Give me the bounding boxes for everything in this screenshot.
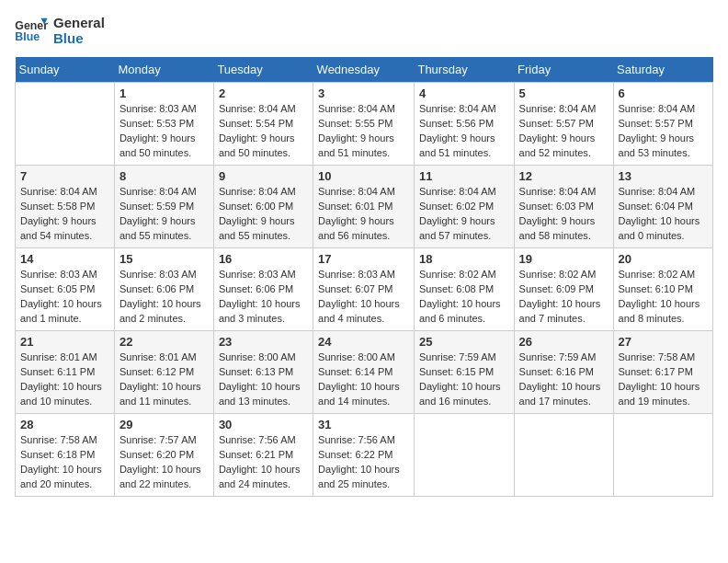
info-line: Daylight: 10 hours <box>318 464 400 475</box>
day-number: 14 <box>20 252 109 266</box>
day-number: 21 <box>20 335 109 349</box>
info-line: Daylight: 10 hours <box>318 381 400 392</box>
info-line: Sunrise: 8:02 AM <box>419 269 496 280</box>
info-line: and 14 minutes. <box>318 396 390 407</box>
info-line: Sunrise: 8:04 AM <box>219 103 296 114</box>
day-info: Sunrise: 7:56 AMSunset: 6:21 PMDaylight:… <box>219 433 308 492</box>
info-line: and 19 minutes. <box>619 396 690 407</box>
calendar-cell: 20Sunrise: 8:02 AMSunset: 6:10 PMDayligh… <box>613 248 712 331</box>
day-info: Sunrise: 8:04 AMSunset: 6:02 PMDaylight:… <box>419 185 509 244</box>
info-line: Sunset: 6:11 PM <box>20 366 95 377</box>
info-line: Sunset: 6:06 PM <box>219 283 293 294</box>
day-number: 4 <box>419 86 509 100</box>
info-line: Sunrise: 8:02 AM <box>619 269 696 280</box>
day-info: Sunrise: 8:01 AMSunset: 6:11 PMDaylight:… <box>20 350 109 409</box>
info-line: Daylight: 10 hours <box>119 381 201 392</box>
day-info: Sunrise: 8:04 AMSunset: 5:57 PMDaylight:… <box>519 102 609 161</box>
day-info: Sunrise: 8:00 AMSunset: 6:14 PMDaylight:… <box>318 350 409 409</box>
info-line: and 10 minutes. <box>20 396 92 407</box>
info-line: and 54 minutes. <box>20 230 92 241</box>
day-number: 10 <box>318 169 409 183</box>
day-info: Sunrise: 8:03 AMSunset: 5:53 PMDaylight:… <box>119 102 209 161</box>
day-number: 16 <box>219 252 308 266</box>
calendar-cell: 10Sunrise: 8:04 AMSunset: 6:01 PMDayligh… <box>313 166 415 248</box>
calendar-cell: 8Sunrise: 8:04 AMSunset: 5:59 PMDaylight… <box>114 166 213 248</box>
info-line: Sunset: 5:55 PM <box>318 118 392 129</box>
info-line: Sunrise: 8:03 AM <box>219 269 296 280</box>
logo-blue: Blue <box>53 30 105 46</box>
calendar-cell: 4Sunrise: 8:04 AMSunset: 5:56 PMDaylight… <box>414 83 514 166</box>
calendar-cell: 13Sunrise: 8:04 AMSunset: 6:04 PMDayligh… <box>613 166 712 248</box>
calendar-cell <box>414 414 514 497</box>
day-number: 18 <box>419 252 509 266</box>
info-line: Sunset: 5:57 PM <box>519 118 594 129</box>
calendar-cell: 2Sunrise: 8:04 AMSunset: 5:54 PMDaylight… <box>213 83 313 166</box>
day-info: Sunrise: 8:02 AMSunset: 6:08 PMDaylight:… <box>419 268 509 327</box>
info-line: and 20 minutes. <box>20 478 92 489</box>
info-line: Daylight: 9 hours <box>619 132 695 144</box>
info-line: and 3 minutes. <box>219 313 285 324</box>
info-line: Sunrise: 8:04 AM <box>318 103 395 114</box>
info-line: Daylight: 9 hours <box>318 132 394 144</box>
calendar-cell: 21Sunrise: 8:01 AMSunset: 6:11 PMDayligh… <box>16 331 115 414</box>
info-line: Daylight: 10 hours <box>219 381 301 392</box>
info-line: Sunset: 6:22 PM <box>318 449 392 460</box>
day-info: Sunrise: 8:04 AMSunset: 5:56 PMDaylight:… <box>419 102 509 161</box>
col-header-friday: Friday <box>514 57 613 83</box>
day-number: 27 <box>619 335 708 349</box>
day-info: Sunrise: 8:04 AMSunset: 5:59 PMDaylight:… <box>119 185 209 244</box>
info-line: and 55 minutes. <box>119 230 191 241</box>
day-number: 30 <box>219 418 308 431</box>
day-number: 28 <box>20 418 109 431</box>
info-line: Sunset: 6:12 PM <box>119 366 194 377</box>
header-row: SundayMondayTuesdayWednesdayThursdayFrid… <box>16 57 713 83</box>
calendar-cell: 6Sunrise: 8:04 AMSunset: 5:57 PMDaylight… <box>613 83 712 166</box>
calendar-cell: 18Sunrise: 8:02 AMSunset: 6:08 PMDayligh… <box>414 248 514 331</box>
calendar-cell: 30Sunrise: 7:56 AMSunset: 6:21 PMDayligh… <box>213 414 313 497</box>
col-header-thursday: Thursday <box>414 57 514 83</box>
info-line: Sunset: 6:20 PM <box>119 449 194 460</box>
info-line: Sunrise: 8:00 AM <box>219 351 296 362</box>
info-line: and 7 minutes. <box>519 313 586 324</box>
info-line: Sunrise: 7:57 AM <box>119 434 197 445</box>
info-line: Sunrise: 8:00 AM <box>318 351 395 362</box>
info-line: and 13 minutes. <box>219 396 290 407</box>
day-info: Sunrise: 8:04 AMSunset: 6:03 PMDaylight:… <box>519 185 609 244</box>
info-line: Sunrise: 8:01 AM <box>20 351 97 362</box>
calendar-cell: 7Sunrise: 8:04 AMSunset: 5:58 PMDaylight… <box>16 166 115 248</box>
info-line: and 51 minutes. <box>419 147 491 158</box>
info-line: Daylight: 10 hours <box>318 298 400 309</box>
info-line: Daylight: 10 hours <box>619 215 700 226</box>
info-line: Sunrise: 8:04 AM <box>419 103 496 114</box>
info-line: and 53 minutes. <box>619 147 690 158</box>
calendar-cell: 1Sunrise: 8:03 AMSunset: 5:53 PMDaylight… <box>114 83 213 166</box>
info-line: and 22 minutes. <box>119 478 191 489</box>
calendar-cell: 27Sunrise: 7:58 AMSunset: 6:17 PMDayligh… <box>613 331 712 414</box>
info-line: Sunset: 6:15 PM <box>419 366 494 377</box>
info-line: Sunrise: 7:59 AM <box>519 351 597 362</box>
info-line: Daylight: 9 hours <box>318 215 394 226</box>
calendar-cell: 23Sunrise: 8:00 AMSunset: 6:13 PMDayligh… <box>213 331 313 414</box>
day-number: 26 <box>519 335 609 349</box>
day-number: 11 <box>419 169 509 183</box>
info-line: Sunrise: 8:04 AM <box>419 186 496 197</box>
day-number: 3 <box>318 86 409 100</box>
info-line: Sunrise: 8:04 AM <box>519 186 597 197</box>
calendar-cell: 15Sunrise: 8:03 AMSunset: 6:06 PMDayligh… <box>114 248 213 331</box>
info-line: Sunrise: 8:04 AM <box>219 186 296 197</box>
week-row-1: 1Sunrise: 8:03 AMSunset: 5:53 PMDaylight… <box>16 83 713 166</box>
day-number: 25 <box>419 335 509 349</box>
calendar-cell <box>16 83 115 166</box>
info-line: and 17 minutes. <box>519 396 591 407</box>
info-line: and 6 minutes. <box>419 313 485 324</box>
day-info: Sunrise: 8:02 AMSunset: 6:10 PMDaylight:… <box>619 268 708 327</box>
info-line: Sunrise: 8:04 AM <box>619 103 696 114</box>
info-line: Sunset: 6:01 PM <box>318 201 392 212</box>
calendar-cell: 19Sunrise: 8:02 AMSunset: 6:09 PMDayligh… <box>514 248 613 331</box>
logo-general: General <box>53 15 105 30</box>
col-header-sunday: Sunday <box>16 57 115 83</box>
day-info: Sunrise: 8:01 AMSunset: 6:12 PMDaylight:… <box>119 350 209 409</box>
col-header-monday: Monday <box>114 57 213 83</box>
info-line: and 0 minutes. <box>619 230 685 241</box>
week-row-2: 7Sunrise: 8:04 AMSunset: 5:58 PMDaylight… <box>16 166 713 248</box>
